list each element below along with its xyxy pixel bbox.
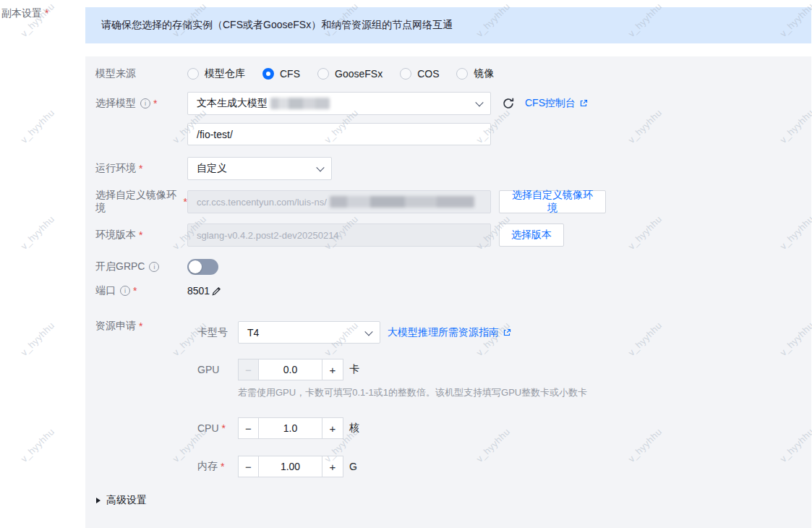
cpu-decrease-button[interactable]: − bbox=[238, 417, 259, 439]
radio-circle-icon bbox=[456, 68, 468, 80]
network-notice-banner: 请确保您选择的存储实例（CFS或者GooseFSx）和纳管资源组的节点网络互通 bbox=[85, 7, 811, 43]
radio-model-repo[interactable]: 模型仓库 bbox=[187, 67, 245, 80]
gpu-stepper: − 0.0 + bbox=[238, 359, 343, 380]
gpu-type-label: 卡型号 bbox=[197, 326, 238, 339]
custom-image-label: 选择自定义镜像环境 * bbox=[95, 189, 187, 215]
required-marker: * bbox=[153, 98, 157, 109]
redacted-image-path bbox=[330, 196, 474, 208]
radio-circle-icon bbox=[317, 68, 329, 80]
gpu-row: GPU − 0.0 + 卡 bbox=[197, 359, 359, 380]
refresh-button[interactable] bbox=[502, 97, 515, 110]
memory-decrease-button[interactable]: − bbox=[238, 456, 259, 477]
memory-label: 内存 * bbox=[197, 460, 238, 473]
gpu-type-row: 卡型号 T4 大模型推理所需资源指南 bbox=[197, 321, 511, 344]
model-path-row: /fio-test/ bbox=[95, 123, 491, 145]
radio-circle-icon bbox=[187, 68, 199, 80]
redacted-model-name bbox=[270, 98, 330, 109]
info-icon[interactable]: i bbox=[140, 98, 150, 108]
env-version-input: sglang-v0.4.2.post2-dev20250214 bbox=[187, 223, 491, 247]
form-panel: 模型来源 模型仓库 CFS GooseFSx COS 镜像 选择模型 i * 文… bbox=[85, 56, 811, 528]
gpu-value-input[interactable]: 0.0 bbox=[258, 359, 322, 380]
gpu-unit: 卡 bbox=[349, 363, 359, 376]
replica-settings-label: 副本设置* bbox=[1, 7, 48, 20]
cfs-console-link[interactable]: CFS控制台 bbox=[525, 97, 588, 110]
radio-circle-icon bbox=[400, 68, 411, 80]
radio-cos[interactable]: COS bbox=[400, 68, 439, 80]
radio-goosefsx[interactable]: GooseFSx bbox=[317, 68, 383, 80]
model-source-label: 模型来源 bbox=[95, 67, 187, 80]
required-marker: * bbox=[139, 229, 142, 241]
required-marker: * bbox=[133, 285, 137, 297]
memory-row: 内存 * − 1.00 + G bbox=[197, 456, 357, 477]
port-row: 端口 i * 8501 bbox=[95, 283, 222, 299]
advanced-settings-toggle[interactable]: 高级设置 bbox=[96, 494, 147, 507]
custom-image-row: 选择自定义镜像环境 * ccr.ccs.tencentyun.com/luis-… bbox=[95, 190, 606, 213]
refresh-icon bbox=[502, 97, 515, 110]
resources-label-row: 资源申请 * bbox=[95, 319, 187, 333]
radio-image[interactable]: 镜像 bbox=[456, 67, 494, 80]
replica-settings-text: 副本设置 bbox=[1, 7, 42, 19]
required-marker: * bbox=[139, 320, 142, 332]
grpc-row: 开启GRPC i bbox=[95, 258, 218, 276]
banner-text: 请确保您选择的存储实例（CFS或者GooseFSx）和纳管资源组的节点网络互通 bbox=[101, 19, 453, 32]
env-version-value: sglang-v0.4.2.post2-dev20250214 bbox=[197, 230, 339, 241]
required-marker: * bbox=[222, 422, 226, 434]
cpu-label: CPU * bbox=[197, 422, 238, 434]
gpu-type-select[interactable]: T4 bbox=[238, 321, 380, 344]
grpc-toggle[interactable] bbox=[187, 259, 218, 275]
external-link-icon bbox=[579, 99, 588, 108]
env-version-row: 环境版本 * sglang-v0.4.2.post2-dev20250214 选… bbox=[95, 223, 564, 247]
gpu-label: GPU bbox=[197, 364, 238, 375]
select-model-label: 选择模型 i * bbox=[95, 97, 187, 110]
chevron-down-icon bbox=[364, 328, 372, 336]
choose-custom-image-button[interactable]: 选择自定义镜像环境 bbox=[499, 190, 606, 213]
caret-right-icon bbox=[96, 498, 101, 503]
runtime-env-row: 运行环境 * 自定义 bbox=[95, 157, 332, 180]
external-link-icon bbox=[503, 328, 511, 337]
model-source-row: 模型来源 模型仓库 CFS GooseFSx COS 镜像 bbox=[95, 63, 511, 85]
required-marker: * bbox=[45, 7, 48, 19]
chevron-down-icon bbox=[316, 163, 324, 171]
info-icon[interactable]: i bbox=[149, 262, 159, 272]
custom-image-value: ccr.ccs.tencentyun.com/luis-ns/ bbox=[197, 197, 327, 208]
memory-value-input[interactable]: 1.00 bbox=[258, 456, 322, 477]
edit-port-button[interactable] bbox=[211, 286, 222, 297]
runtime-env-label: 运行环境 * bbox=[95, 162, 187, 175]
port-value: 8501 bbox=[187, 285, 210, 297]
cpu-value-input[interactable]: 1.0 bbox=[258, 417, 322, 439]
memory-unit: G bbox=[349, 461, 357, 472]
gpu-hint: 若需使用GPU，卡数可填写0.1-1或1的整数倍。该机型支持填写GPU整数卡或小… bbox=[238, 386, 587, 399]
env-version-label: 环境版本 * bbox=[95, 229, 187, 242]
gpu-type-value: T4 bbox=[247, 327, 259, 338]
choose-version-button[interactable]: 选择版本 bbox=[499, 223, 564, 247]
resources-label: 资源申请 * bbox=[95, 320, 187, 333]
memory-stepper: − 1.00 + bbox=[238, 456, 343, 477]
resource-guide-link[interactable]: 大模型推理所需资源指南 bbox=[388, 326, 511, 339]
cpu-unit: 核 bbox=[349, 422, 359, 435]
cpu-stepper: − 1.0 + bbox=[238, 417, 343, 439]
cpu-increase-button[interactable]: + bbox=[322, 417, 343, 439]
runtime-env-value: 自定义 bbox=[197, 162, 227, 175]
required-marker: * bbox=[221, 461, 224, 472]
model-select[interactable]: 文本生成大模型 bbox=[187, 92, 491, 115]
toggle-knob bbox=[189, 260, 202, 273]
grpc-label: 开启GRPC i bbox=[95, 260, 187, 273]
required-marker: * bbox=[139, 163, 142, 174]
cpu-row: CPU * − 1.0 + 核 bbox=[197, 417, 359, 439]
radio-cfs[interactable]: CFS bbox=[262, 68, 300, 80]
chevron-down-icon bbox=[475, 98, 483, 106]
model-path-input[interactable]: /fio-test/ bbox=[187, 123, 491, 145]
radio-circle-icon bbox=[262, 68, 274, 80]
port-label: 端口 i * bbox=[95, 284, 187, 297]
model-path-value: /fio-test/ bbox=[197, 129, 233, 140]
custom-image-input: ccr.ccs.tencentyun.com/luis-ns/ bbox=[187, 190, 491, 213]
info-icon[interactable]: i bbox=[120, 286, 130, 296]
model-select-value: 文本生成大模型 bbox=[197, 97, 268, 110]
gpu-decrease-button[interactable]: − bbox=[238, 359, 259, 380]
select-model-row: 选择模型 i * 文本生成大模型 CFS控制台 bbox=[95, 92, 588, 115]
memory-increase-button[interactable]: + bbox=[322, 456, 343, 477]
gpu-increase-button[interactable]: + bbox=[322, 359, 343, 380]
advanced-settings-label: 高级设置 bbox=[106, 494, 147, 507]
runtime-env-select[interactable]: 自定义 bbox=[187, 157, 332, 180]
pencil-icon bbox=[211, 286, 222, 297]
